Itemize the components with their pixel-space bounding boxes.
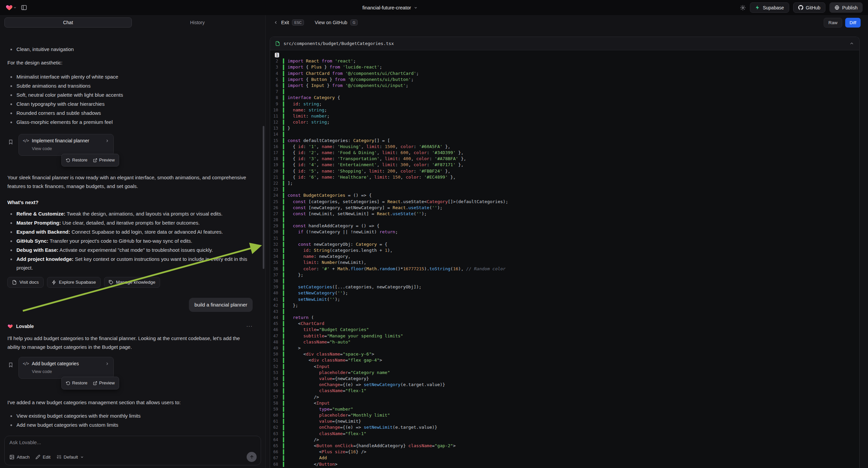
- code-line: 33 id: String(categories.length + 1),: [270, 247, 859, 254]
- preview-button[interactable]: Preview: [93, 379, 115, 387]
- list-item: Debug with Ease: Activate our experiment…: [7, 246, 253, 255]
- supabase-bolt-icon: [52, 280, 56, 285]
- code-line: 21 { id: '6', name: 'Healthcare', limit:…: [270, 174, 859, 180]
- lovable-logo-button[interactable]: [5, 4, 17, 11]
- external-link-icon: [93, 158, 97, 163]
- code-line: 11 limit: number;: [270, 113, 859, 119]
- raw-toggle-button[interactable]: Raw: [824, 18, 842, 28]
- github-icon: [798, 5, 803, 10]
- send-button[interactable]: [247, 452, 257, 462]
- code-editor[interactable]: 12import React from 'react';3import { Pl…: [270, 50, 859, 468]
- manage-knowledge-button[interactable]: Manage knowledge: [104, 277, 160, 288]
- chat-panel: Chat History Clean, intuitive navigation…: [0, 15, 266, 468]
- exit-button[interactable]: Exit ESC: [274, 20, 304, 26]
- code-line: 18 { id: '3', name: 'Transportation', li…: [270, 156, 859, 162]
- code-line: 39 setCategories([...categories, newCate…: [270, 284, 859, 290]
- bookmark-version-button[interactable]: [8, 361, 13, 370]
- version-card[interactable]: </> Add budget categories View code: [19, 357, 114, 379]
- chevron-down-icon: [80, 455, 84, 459]
- code-view-header: Exit ESC View on GitHub G Raw Diff: [266, 15, 868, 30]
- code-line: 36 color: '#' + Math.floor(Math.random()…: [270, 266, 859, 272]
- visit-docs-button[interactable]: Visit docs: [7, 277, 43, 288]
- code-line: 13}: [270, 125, 859, 131]
- tab-history[interactable]: History: [134, 18, 261, 28]
- explore-supabase-button[interactable]: Explore Supabase: [47, 277, 101, 288]
- project-switcher[interactable]: financial-future-creator: [362, 5, 418, 10]
- chevron-right-icon: [105, 139, 110, 143]
- code-line: 37 };: [270, 272, 859, 278]
- user-message-row: build a financial planner: [7, 298, 253, 312]
- document-icon: [12, 280, 17, 285]
- list-item: Minimalist interface with plenty of whit…: [7, 72, 253, 81]
- version-block: </> Implement financial planner View cod…: [7, 134, 253, 167]
- attach-button[interactable]: Attach: [9, 455, 30, 460]
- code-line: 26 const [newCategory, setNewCategory] =…: [270, 205, 859, 211]
- topbar: financial-future-creator Supabase GitHub…: [0, 0, 868, 15]
- code-line: 55 onChange={(e) => setNewCategory(e.tar…: [270, 382, 859, 388]
- code-line: 4import ChartCard from '@/components/ui/…: [270, 70, 859, 77]
- code-line: 2import React from 'react';: [270, 58, 859, 64]
- restore-icon: [66, 381, 70, 385]
- code-line: 16 { id: '1', name: 'Housing', limit: 15…: [270, 144, 859, 150]
- code-line: 27 const [newLimit, setNewLimit] = React…: [270, 211, 859, 217]
- code-line: 53 placeholder="Category name": [270, 370, 859, 376]
- code-view-panel: Exit ESC View on GitHub G Raw Diff src/c…: [266, 15, 868, 468]
- chat-input[interactable]: [9, 439, 182, 445]
- github-button[interactable]: GitHub: [793, 2, 826, 13]
- code-line: 57 />: [270, 394, 859, 400]
- code-line: 10 name: string;: [270, 107, 859, 113]
- code-line: 20 { id: '5', name: 'Shopping', limit: 2…: [270, 168, 859, 174]
- preview-button[interactable]: Preview: [93, 156, 115, 165]
- code-line: 65 <Button onClick={handleAddCategory} c…: [270, 443, 859, 449]
- edit-mode-button[interactable]: Edit: [36, 455, 50, 460]
- view-code-link[interactable]: View code: [32, 146, 52, 152]
- bullet-list: Clean, intuitive navigation: [7, 45, 253, 54]
- tab-chat[interactable]: Chat: [4, 18, 132, 28]
- restore-button[interactable]: Restore: [66, 156, 88, 165]
- code-line: 52 <Input: [270, 363, 859, 370]
- settings-button[interactable]: [740, 5, 746, 11]
- code-line: 61 value={newLimit}: [270, 418, 859, 425]
- chevron-left-icon: [274, 20, 278, 25]
- file-container: src/components/budget/BudgetCategories.t…: [270, 37, 860, 468]
- code-line: 12 color: string;: [270, 119, 859, 125]
- code-line: 41 setNewLimit('');: [270, 296, 859, 302]
- assistant-paragraph: I've added a new budget categories manag…: [7, 398, 253, 407]
- view-code-link[interactable]: View code: [32, 369, 52, 375]
- list-item: Expand with Backend: Connect Supabase to…: [7, 228, 253, 236]
- user-message-bubble: build a financial planner: [189, 298, 253, 312]
- diff-toggle-button[interactable]: Diff: [845, 18, 861, 28]
- code-line: 44 return (: [270, 315, 859, 321]
- project-title: financial-future-creator: [362, 5, 411, 10]
- version-card[interactable]: </> Implement financial planner View cod…: [19, 134, 114, 156]
- code-line: 60 placeholder="Monthly limit": [270, 412, 859, 418]
- collapse-file-button[interactable]: [849, 41, 854, 46]
- code-line: 19 { id: '4', name: 'Entertainment', lim…: [270, 162, 859, 168]
- code-icon: </>: [23, 360, 29, 367]
- view-on-github-link[interactable]: View on GitHub G: [315, 20, 358, 26]
- chat-message-list[interactable]: Clean, intuitive navigation For the desi…: [0, 44, 266, 431]
- code-line: 15const defaultCategories: Category[] = …: [270, 138, 859, 144]
- sidebar-toggle-button[interactable]: [21, 4, 27, 11]
- supabase-button[interactable]: Supabase: [750, 2, 789, 13]
- code-line: 23: [270, 186, 859, 193]
- bullet-list: Minimalist interface with plenty of whit…: [7, 72, 253, 126]
- assistant-paragraph: Your sleek financial planner is now read…: [7, 173, 253, 191]
- code-line: 56 className="flex-1": [270, 388, 859, 394]
- whats-next-heading: What's next?: [7, 198, 253, 207]
- publish-label: Publish: [842, 5, 858, 10]
- code-line: 67 Add: [270, 455, 859, 461]
- publish-button[interactable]: Publish: [829, 2, 863, 13]
- list-item: Rounded corners and subtle shadows: [7, 109, 253, 117]
- bookmark-version-button[interactable]: [8, 139, 13, 147]
- version-card-title: Implement financial planner: [32, 137, 89, 144]
- model-selector[interactable]: Default: [57, 455, 84, 460]
- supabase-icon: [755, 5, 760, 10]
- code-line: 17 { id: '2', name: 'Food & Dining', lim…: [270, 150, 859, 156]
- list-item: Refine & Customize: Tweak the design, an…: [7, 209, 253, 218]
- restore-button[interactable]: Restore: [66, 379, 88, 387]
- message-more-button[interactable]: ···: [246, 325, 253, 328]
- bookmark-icon: [8, 139, 13, 145]
- chat-scrollbar[interactable]: [263, 126, 265, 269]
- code-line: 35 limit: Number(newLimit),: [270, 260, 859, 266]
